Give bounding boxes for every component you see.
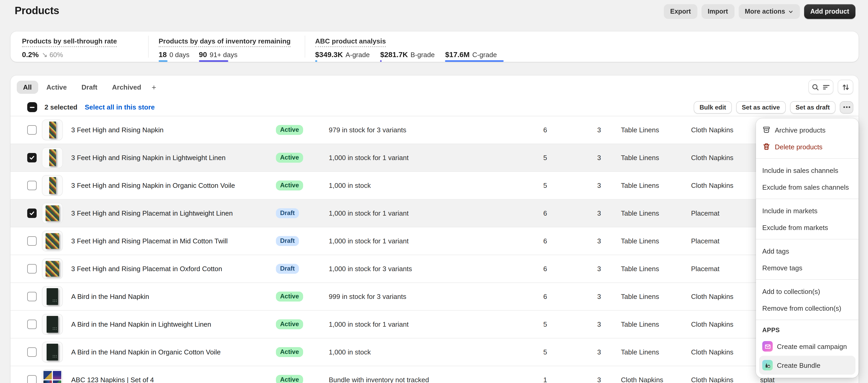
row-checkbox[interactable]	[27, 236, 37, 246]
num-column-1-cell: 5	[505, 154, 547, 161]
product-name[interactable]: 3 Feet High and Rising Napkin	[71, 126, 164, 134]
inventory-cell: 1,000 in stock	[329, 181, 371, 189]
metrics-divider	[305, 36, 305, 58]
menu-group: Archive productsDelete products	[756, 118, 859, 159]
product-image-dark-napkin	[46, 316, 58, 333]
inventory-cell: 1,000 in stock for 1 variant	[329, 154, 409, 161]
product-thumbnail	[42, 342, 63, 362]
menu-item-add-to-collection-s[interactable]: Add to collection(s)	[759, 283, 856, 300]
table-row[interactable]: 3 Feet High and Rising Napkin in Organic…	[10, 172, 859, 200]
row-checkbox[interactable]	[27, 181, 37, 190]
menu-item-delete-products[interactable]: Delete products	[759, 138, 856, 155]
more-bulk-actions-button[interactable]	[840, 101, 853, 113]
product-name[interactable]: 3 Feet High and Rising Napkin in Organic…	[71, 181, 235, 189]
inventory-cell: 1,000 in stock for 1 variant	[329, 237, 409, 245]
menu-item-add-tags[interactable]: Add tags	[759, 243, 856, 259]
table-row[interactable]: A Bird in the Hand NapkinActive999 in st…	[10, 283, 859, 311]
row-checkbox[interactable]	[27, 320, 37, 329]
table-row[interactable]: 3 Feet High and Rising Placemat in Mid C…	[10, 227, 859, 255]
sort-icon	[842, 83, 849, 91]
product-thumbnail	[42, 286, 63, 307]
product-thumbnail	[42, 175, 63, 196]
menu-item-remove-tags[interactable]: Remove tags	[759, 259, 856, 276]
set-as-draft-button[interactable]: Set as draft	[790, 101, 836, 113]
menu-item-remove-from-collection-s[interactable]: Remove from collection(s)	[759, 300, 856, 317]
num-column-2-cell: 3	[564, 181, 601, 189]
bulk-edit-button[interactable]: Bulk edit	[694, 101, 732, 113]
tab-archived[interactable]: Archived	[106, 81, 147, 93]
table-row[interactable]: A Bird in the Hand Napkin in Organic Cot…	[10, 338, 859, 366]
metric-sell-through-label[interactable]: Products by sell-through rate	[22, 37, 117, 47]
select-all-in-store-link[interactable]: Select all in this store	[85, 103, 155, 111]
selected-count: 2 selected	[44, 103, 78, 111]
num-column-2-cell: 3	[564, 237, 601, 245]
table-row[interactable]: 3 Feet High and Rising NapkinActive979 i…	[10, 116, 859, 144]
days-metric-0: 18 0 days	[159, 50, 189, 60]
sort-button[interactable]	[838, 80, 853, 94]
set-as-active-button[interactable]: Set as active	[736, 101, 785, 113]
product-image-dark-napkin	[46, 344, 58, 360]
row-checkbox[interactable]	[27, 264, 37, 273]
menu-item-include-in-sales-channels[interactable]: Include in sales channels	[759, 162, 856, 179]
search-filter-button[interactable]	[808, 80, 833, 94]
table-row[interactable]: ABC 123 Napkins | Set of 4ActiveBundle w…	[10, 366, 859, 383]
product-name[interactable]: A Bird in the Hand Napkin	[71, 293, 149, 300]
select-all-checkbox[interactable]	[27, 102, 37, 112]
row-checkbox[interactable]	[27, 125, 37, 135]
row-checkbox[interactable]	[27, 292, 37, 301]
product-image-dark-napkin	[46, 288, 58, 305]
product-name[interactable]: A Bird in the Hand Napkin in Organic Cot…	[71, 348, 221, 356]
menu-item-create-email-campaign[interactable]: Create email campaign	[759, 337, 856, 356]
import-button[interactable]: Import	[701, 4, 734, 19]
category-cell: Table Linens	[621, 265, 659, 273]
abc-metric-1: $281.7K B-grade	[380, 50, 435, 60]
abc-bar-1	[380, 60, 382, 62]
bulk-actions-menu: Archive productsDelete productsInclude i…	[756, 118, 859, 378]
products-page: Products Export Import More actions Add …	[0, 0, 868, 383]
inventory-cell: 999 in stock for 3 variants	[329, 293, 406, 300]
metric-abc-label[interactable]: ABC product analysis	[315, 37, 386, 47]
row-checkbox[interactable]	[27, 375, 37, 383]
product-thumbnail	[42, 203, 63, 224]
menu-item-exclude-from-markets[interactable]: Exclude from markets	[759, 219, 856, 236]
product-name[interactable]: A Bird in the Hand Napkin in Lightweight…	[71, 320, 211, 328]
metric-sell-through: Products by sell-through rate 0.2% ↘ 60%	[22, 36, 117, 59]
inventory-cell: 1,000 in stock for 1 variant	[329, 320, 409, 328]
table-row[interactable]: 3 Feet High and Rising Placemat in Light…	[10, 200, 859, 227]
menu-item-create-bundle[interactable]: Create Bundle	[759, 356, 856, 375]
product-name[interactable]: 3 Feet High and Rising Placemat in Oxfor…	[71, 265, 222, 273]
table-row[interactable]: A Bird in the Hand Napkin in Lightweight…	[10, 311, 859, 338]
bundle-app-icon	[762, 360, 773, 371]
menu-item-include-in-markets[interactable]: Include in markets	[759, 202, 856, 219]
menu-item-archive-products[interactable]: Archive products	[759, 122, 856, 138]
tab-active[interactable]: Active	[40, 81, 73, 93]
row-checkbox[interactable]	[27, 347, 37, 357]
metric-days-label[interactable]: Products by days of inventory remaining	[159, 37, 290, 47]
trash-icon	[762, 143, 771, 151]
table-row[interactable]: 3 Feet High and Rising Napkin in Lightwe…	[10, 144, 859, 172]
export-button[interactable]: Export	[664, 4, 697, 19]
product-name[interactable]: 3 Feet High and Rising Placemat in Mid C…	[71, 237, 228, 245]
product-image-plaid-placemat	[45, 233, 59, 249]
product-name[interactable]: ABC 123 Napkins | Set of 4	[71, 376, 154, 383]
product-image-plaid-napkin	[49, 149, 56, 166]
add-product-button[interactable]: Add product	[804, 4, 856, 19]
category-cell: Table Linens	[621, 126, 659, 134]
row-checkbox[interactable]	[27, 153, 37, 163]
row-checkbox[interactable]	[27, 209, 37, 218]
product-name[interactable]: 3 Feet High and Rising Placemat in Light…	[71, 209, 233, 217]
status-badge: Active	[276, 153, 303, 163]
tab-all[interactable]: All	[17, 81, 38, 93]
num-column-1-cell: 6	[505, 237, 547, 245]
num-column-2-cell: 3	[564, 154, 601, 161]
add-view-button[interactable]: +	[147, 80, 160, 94]
metrics-card: Products by sell-through rate 0.2% ↘ 60%…	[10, 31, 859, 62]
table-row[interactable]: 3 Feet High and Rising Placemat in Oxfor…	[10, 255, 859, 283]
tab-draft[interactable]: Draft	[75, 81, 104, 93]
type-cell: Placemat	[691, 265, 719, 273]
more-actions-button[interactable]: More actions	[738, 4, 800, 19]
type-cell: Cloth Napkins	[691, 376, 734, 383]
product-name[interactable]: 3 Feet High and Rising Napkin in Lightwe…	[71, 154, 226, 161]
menu-item-exclude-from-sales-channels[interactable]: Exclude from sales channels	[759, 179, 856, 196]
num-column-2-cell: 3	[564, 265, 601, 273]
